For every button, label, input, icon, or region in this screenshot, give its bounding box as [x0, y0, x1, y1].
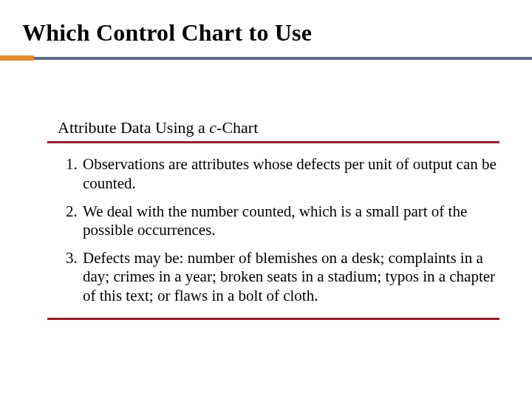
slide-title: Which Control Chart to Use [22, 19, 532, 47]
list-item: Observations are attributes whose defect… [81, 151, 499, 197]
list-item: Defects may be: number of blemishes on a… [81, 245, 499, 310]
list-item: We deal with the number counted, which i… [81, 198, 499, 245]
subtitle-block: Attribute Data Using a c-Chart [47, 118, 499, 143]
title-rule [34, 57, 532, 60]
spacer [47, 61, 499, 118]
ordered-list: Observations are attributes whose defect… [47, 151, 499, 310]
content-area: Attribute Data Using a c-Chart Observati… [0, 61, 532, 320]
title-divider [0, 55, 532, 61]
subtitle-pre: Attribute Data Using a [58, 118, 209, 137]
title-area: Which Control Chart to Use [0, 0, 532, 47]
subtitle: Attribute Data Using a c-Chart [58, 118, 499, 137]
accent-block [0, 55, 34, 61]
subtitle-post: -Chart [216, 118, 258, 137]
list-block: Observations are attributes whose defect… [47, 143, 499, 319]
subtitle-italic: c [209, 118, 216, 137]
